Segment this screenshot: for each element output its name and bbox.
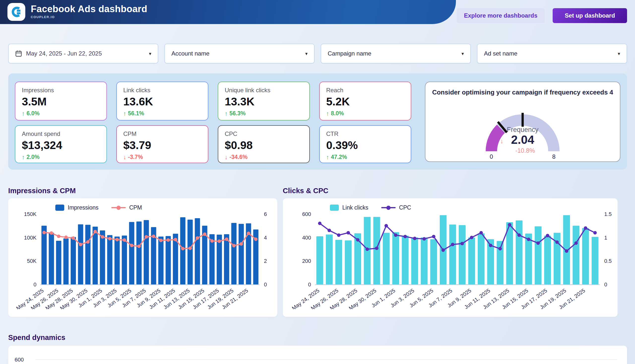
brand-subtitle: COUPLER.IO bbox=[31, 15, 147, 19]
kpi-card-reach: Reach 5.2K ↑8.0% bbox=[319, 82, 411, 120]
kpi-change: ↑47.2% bbox=[326, 154, 404, 161]
clicks-cpc-chart: 020040060000.511.5May 24, 2025May 26, 20… bbox=[283, 211, 618, 309]
kpi-value: 0.39% bbox=[326, 139, 404, 152]
dashboard-page: Facebook Ads dashboard COUPLER.IO Explor… bbox=[0, 0, 635, 364]
svg-text:200: 200 bbox=[302, 258, 311, 264]
kpi-value: 13.3K bbox=[225, 96, 303, 108]
setup-dashboard-button[interactable]: Set up dashboard bbox=[553, 8, 627, 23]
svg-text:0: 0 bbox=[490, 153, 493, 160]
explore-dashboards-button[interactable]: Explore more dashboards bbox=[457, 8, 545, 23]
chevron-down-icon: ▾ bbox=[305, 51, 308, 56]
clicks-cpc-chart-card: Link clicks CPC 020040060000.511.5May 24… bbox=[283, 198, 618, 317]
cpm-legend-label: CPM bbox=[129, 204, 142, 211]
svg-text:50K: 50K bbox=[27, 258, 37, 264]
kpi-label: Amount spend bbox=[22, 130, 100, 137]
kpi-label: CPC bbox=[225, 130, 303, 137]
svg-text:400: 400 bbox=[302, 235, 311, 241]
impressions-cpm-chart: 050K100K150K0246May 24, 2025May 26, 2025… bbox=[8, 211, 277, 309]
svg-text:1.5: 1.5 bbox=[604, 211, 612, 217]
header-title-block: Facebook Ads dashboard COUPLER.IO bbox=[31, 4, 147, 19]
link-clicks-legend-swatch bbox=[330, 204, 339, 211]
kpi-card-impressions: Impressions 3.5M ↑6.0% bbox=[15, 82, 107, 120]
kpi-change: ↑8.0% bbox=[326, 110, 404, 117]
cpm-legend-line-icon bbox=[111, 207, 126, 208]
page-title: Facebook Ads dashboard bbox=[31, 4, 147, 14]
trend-arrow-icon: ↑ bbox=[22, 154, 25, 161]
impressions-cpm-chart-card: Impressions CPM 050K100K150K0246May 24, … bbox=[8, 198, 277, 317]
kpi-label: Link clicks bbox=[123, 87, 201, 94]
kpi-label: Unique link clicks bbox=[225, 87, 303, 94]
account-name-label: Account name bbox=[171, 50, 209, 57]
kpi-value: 3.5M bbox=[22, 96, 100, 108]
svg-text:0: 0 bbox=[264, 282, 267, 288]
ad-set-name-label: Ad set name bbox=[484, 50, 517, 57]
section-title-impressions-cpm: Impressions & CPM bbox=[8, 187, 76, 195]
kpi-change: ↑56.3% bbox=[225, 110, 303, 117]
trend-arrow-icon: ↑ bbox=[22, 110, 25, 117]
cpc-legend-line-icon bbox=[381, 207, 396, 208]
kpi-label: Impressions bbox=[22, 87, 100, 94]
trend-arrow-icon: ↓ bbox=[225, 154, 228, 161]
svg-text:600: 600 bbox=[302, 211, 311, 217]
svg-text:2: 2 bbox=[264, 258, 267, 264]
kpi-value: 13.6K bbox=[123, 96, 201, 108]
kpi-label: Reach bbox=[326, 87, 404, 94]
trend-arrow-icon: ↑ bbox=[225, 110, 228, 117]
impressions-legend-label: Impressions bbox=[68, 204, 99, 211]
kpi-change: ↓-3.7% bbox=[123, 154, 201, 161]
chevron-down-icon: ▾ bbox=[461, 51, 464, 56]
kpi-label: CPM bbox=[123, 130, 201, 137]
kpi-panel: Impressions 3.5M ↑6.0% Link clicks 13.6K… bbox=[8, 74, 627, 170]
svg-text:6: 6 bbox=[264, 211, 267, 217]
coupler-logo bbox=[8, 3, 25, 21]
campaign-name-filter[interactable]: Campaign name ▾ bbox=[321, 44, 471, 64]
svg-text:2.04: 2.04 bbox=[511, 133, 534, 146]
date-range-value: May 24, 2025 - Jun 22, 2025 bbox=[26, 50, 102, 57]
section-title-spend-dynamics: Spend dynamics bbox=[8, 334, 65, 342]
trend-arrow-icon: ↑ bbox=[123, 110, 126, 117]
svg-text:↓: ↓ bbox=[500, 137, 503, 145]
kpi-card-unique-link-clicks: Unique link clicks 13.3K ↑56.3% bbox=[218, 82, 310, 120]
kpi-value: $3.79 bbox=[123, 139, 201, 152]
svg-text:0: 0 bbox=[308, 282, 311, 288]
kpi-grid: Impressions 3.5M ↑6.0% Link clicks 13.6K… bbox=[15, 82, 411, 163]
kpi-card-amount-spend: Amount spend $13,324 ↑2.0% bbox=[15, 125, 107, 163]
cpc-legend-label: CPC bbox=[399, 204, 411, 211]
kpi-change: ↑6.0% bbox=[22, 110, 100, 117]
filter-bar: May 24, 2025 - Jun 22, 2025 ▾ Account na… bbox=[8, 44, 627, 64]
account-name-filter[interactable]: Account name ▾ bbox=[165, 44, 315, 64]
kpi-card-link-clicks: Link clicks 13.6K ↑56.1% bbox=[116, 82, 208, 120]
chevron-down-icon: ▾ bbox=[618, 51, 620, 56]
kpi-card-cpc: CPC $0.98 ↓-34.6% bbox=[218, 125, 310, 163]
kpi-change: ↑56.1% bbox=[123, 110, 201, 117]
trend-arrow-icon: ↑ bbox=[326, 110, 329, 117]
ad-set-name-filter[interactable]: Ad set name ▾ bbox=[477, 44, 627, 64]
kpi-card-ctr: CTR 0.39% ↑47.2% bbox=[319, 125, 411, 163]
svg-text:Frequency: Frequency bbox=[507, 126, 538, 134]
frequency-gauge-card: Consider optimising your campaign if fre… bbox=[425, 82, 620, 162]
svg-text:0: 0 bbox=[604, 282, 607, 288]
svg-text:150K: 150K bbox=[24, 211, 37, 217]
svg-text:8: 8 bbox=[552, 153, 555, 160]
spend-gridline bbox=[36, 359, 617, 360]
kpi-change: ↓-34.6% bbox=[225, 154, 303, 161]
link-clicks-legend-label: Link clicks bbox=[342, 204, 368, 211]
chevron-down-icon: ▾ bbox=[149, 51, 151, 56]
date-range-filter[interactable]: May 24, 2025 - Jun 22, 2025 ▾ bbox=[8, 44, 158, 64]
kpi-value: $13,324 bbox=[22, 139, 100, 152]
section-title-clicks-cpc: Clicks & CPC bbox=[283, 187, 328, 195]
kpi-value: $0.98 bbox=[225, 139, 303, 152]
impressions-legend-swatch bbox=[55, 204, 64, 211]
svg-text:100K: 100K bbox=[24, 235, 37, 241]
calendar-icon bbox=[15, 50, 22, 57]
clicks-cpc-legend: Link clicks CPC bbox=[330, 198, 618, 211]
kpi-label: CTR bbox=[326, 130, 404, 137]
kpi-change: ↑2.0% bbox=[22, 154, 100, 161]
svg-text:0.5: 0.5 bbox=[604, 258, 612, 264]
svg-text:0: 0 bbox=[34, 282, 37, 288]
frequency-gauge: Frequency2.04↓-10.8%08 bbox=[458, 96, 587, 160]
spend-y-tick: 600 bbox=[15, 356, 24, 363]
svg-text:1: 1 bbox=[604, 235, 607, 241]
svg-text:4: 4 bbox=[264, 235, 267, 241]
coupler-logo-icon bbox=[11, 6, 22, 18]
